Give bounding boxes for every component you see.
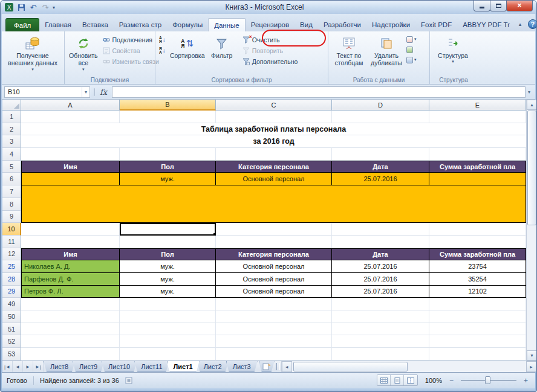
cell[interactable]	[332, 323, 429, 336]
cell[interactable]: Пол	[120, 248, 216, 261]
cell[interactable]	[429, 111, 526, 123]
cell[interactable]	[216, 348, 332, 361]
row-number[interactable]: 51	[2, 323, 21, 336]
cell[interactable]: Сумма заработной пла	[429, 248, 526, 261]
ribbon-tab-5[interactable]: Данные	[208, 18, 246, 31]
sort-ascending-button[interactable]: АЯ↓	[157, 34, 168, 45]
save-icon[interactable]	[16, 2, 26, 12]
cell[interactable]	[429, 298, 526, 310]
text-to-columns-button[interactable]: Текст по столбцам	[330, 33, 368, 69]
column-header-A[interactable]: A	[21, 100, 120, 111]
cell[interactable]	[429, 223, 526, 236]
ribbon-tab-11[interactable]: ABBYY PDF Tr	[457, 18, 515, 31]
cell[interactable]: 25.07.2016	[332, 173, 429, 185]
minimize-button[interactable]	[474, 1, 490, 11]
ribbon-tab-10[interactable]: Foxit PDF	[415, 18, 457, 31]
formula-bar-expand-icon[interactable]: ▾	[526, 89, 533, 95]
cell[interactable]: муж.	[120, 273, 216, 286]
sheet-tab-1[interactable]: Лист9	[73, 361, 104, 372]
cell[interactable]	[21, 111, 120, 123]
ribbon-tab-3[interactable]: Разметка стр	[114, 18, 167, 31]
cell[interactable]	[21, 348, 120, 361]
cell[interactable]: муж.	[120, 260, 216, 273]
row-number[interactable]: 50	[2, 310, 21, 323]
cell[interactable]	[120, 236, 216, 248]
sheet-tab-2[interactable]: Лист10	[102, 361, 137, 372]
cell[interactable]	[216, 335, 332, 348]
cell[interactable]: Основной персонал	[216, 173, 332, 185]
column-header-C[interactable]: C	[216, 100, 332, 111]
page-break-view-icon[interactable]	[404, 375, 417, 385]
scroll-right-icon[interactable]: ►	[526, 361, 536, 372]
vertical-scroll-thumb[interactable]	[527, 111, 536, 225]
cell[interactable]: Дата	[332, 248, 429, 261]
cell[interactable]: Основной персонал	[216, 273, 332, 286]
consolidate-button[interactable]	[405, 45, 418, 54]
cell[interactable]	[332, 111, 429, 123]
cell[interactable]	[429, 323, 526, 336]
ribbon-tab-8[interactable]: Разработчи	[318, 18, 366, 31]
row-number[interactable]: 5	[2, 161, 21, 173]
cell[interactable]	[120, 148, 216, 161]
advanced-filter-button[interactable]: Дополнительно	[240, 56, 301, 67]
close-button[interactable]: ×	[506, 1, 533, 11]
cell[interactable]: Дата	[332, 161, 429, 173]
cell[interactable]	[21, 236, 120, 248]
cell[interactable]	[120, 310, 216, 323]
ribbon-tab-2[interactable]: Вставка	[77, 18, 114, 31]
help-icon[interactable]: ?	[528, 19, 537, 29]
collapse-ribbon-icon[interactable]: ▴	[515, 20, 525, 29]
cell[interactable]	[332, 335, 429, 348]
row-number[interactable]: 10	[2, 223, 21, 236]
zoom-in-icon[interactable]: +	[521, 376, 530, 385]
sheet-tab-4[interactable]: Лист1	[167, 361, 200, 372]
what-if-analysis-button[interactable]: ▾	[405, 56, 418, 64]
ribbon-tab-6[interactable]: Рецензиров	[246, 18, 295, 31]
cell[interactable]	[21, 323, 120, 336]
page-layout-view-icon[interactable]	[391, 375, 404, 385]
reapply-filter-button[interactable]: Повторить	[240, 45, 301, 56]
cell[interactable]	[21, 173, 120, 185]
clear-filter-button[interactable]: × Очистить	[240, 34, 301, 45]
cell[interactable]: 25.07.2016	[332, 260, 429, 273]
data-validation-button[interactable]: ▾	[405, 35, 418, 43]
cell[interactable]	[21, 185, 526, 198]
cell[interactable]: Петров Ф. Л.	[21, 286, 120, 298]
maximize-button[interactable]	[490, 1, 507, 11]
remove-duplicates-button[interactable]: Удалить дубликаты	[368, 33, 405, 69]
undo-icon[interactable]: ↶	[28, 2, 38, 12]
scroll-down-icon[interactable]: ▼	[527, 350, 537, 361]
normal-view-icon[interactable]	[377, 375, 391, 385]
cell[interactable]	[429, 173, 526, 185]
last-sheet-icon[interactable]: ►|	[33, 361, 44, 372]
sheet-tab-3[interactable]: Лист11	[134, 361, 169, 372]
refresh-all-button[interactable]: Обновить все ▾	[67, 33, 100, 74]
merged-title-cell[interactable]: Таблица заработной платы персонала	[21, 123, 526, 136]
cell[interactable]: Основной персонал	[216, 260, 332, 273]
cell[interactable]: Пол	[120, 161, 216, 173]
cell[interactable]	[120, 348, 216, 361]
row-number[interactable]: 12	[2, 248, 21, 261]
horizontal-scroll-thumb[interactable]	[293, 362, 408, 371]
cell[interactable]: 25.07.2016	[332, 273, 429, 286]
selected-cell[interactable]	[120, 223, 216, 236]
cell[interactable]	[429, 335, 526, 348]
cell[interactable]	[216, 111, 332, 123]
row-number[interactable]: 9	[2, 211, 21, 223]
cell[interactable]: 35254	[429, 273, 526, 286]
edit-links-button[interactable]: Изменить связи	[100, 56, 161, 67]
cell[interactable]	[21, 148, 120, 161]
row-number[interactable]: 3	[2, 135, 21, 148]
cell[interactable]	[21, 310, 120, 323]
cell[interactable]: Категория персонала	[216, 161, 332, 173]
cell[interactable]	[332, 348, 429, 361]
horizontal-scrollbar[interactable]: ◄ ►	[281, 361, 536, 372]
column-header-D[interactable]: D	[332, 100, 429, 111]
cell[interactable]	[21, 198, 526, 211]
zoom-out-icon[interactable]: −	[447, 376, 456, 385]
cell[interactable]	[332, 236, 429, 248]
row-number[interactable]: 28	[2, 273, 21, 286]
insert-function-button[interactable]: fx	[99, 88, 112, 97]
cell[interactable]	[429, 148, 526, 161]
zoom-level[interactable]: 100%	[423, 377, 442, 384]
